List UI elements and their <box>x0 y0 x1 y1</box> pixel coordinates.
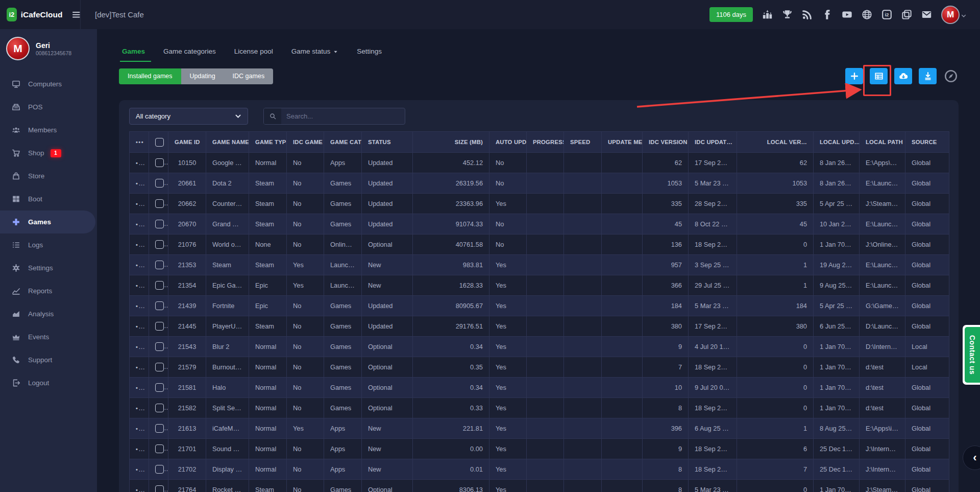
sidebar-item-logout[interactable]: Logout <box>0 371 97 394</box>
row-checkbox[interactable] <box>155 281 164 290</box>
row-actions-menu[interactable]: ••• <box>136 465 145 473</box>
tab-game-categories[interactable]: Game categories <box>154 48 225 62</box>
row-checkbox[interactable] <box>155 240 164 249</box>
topbar-facebook-link[interactable] <box>822 9 832 20</box>
row-actions-menu[interactable]: ••• <box>136 282 145 289</box>
add-game-button[interactable] <box>845 68 863 84</box>
row-actions-menu[interactable]: ••• <box>136 179 145 187</box>
sidebar-item-label: POS <box>28 103 43 111</box>
row-checkbox[interactable] <box>155 485 164 492</box>
row-actions-menu[interactable]: ••• <box>136 220 145 228</box>
contact-us-widget[interactable]: Contact us <box>963 325 980 385</box>
sidebar-item-logs[interactable]: Logs <box>0 233 97 256</box>
tab-settings[interactable]: Settings <box>348 48 391 62</box>
cell-game-name: Display Sett… <box>206 459 249 480</box>
row-actions-menu[interactable]: ••• <box>136 343 145 350</box>
row-checkbox[interactable] <box>155 301 164 310</box>
cell-speed <box>564 418 602 439</box>
cell-game-cat: Games <box>324 316 362 337</box>
sidebar-item-support[interactable]: Support <box>0 348 97 371</box>
row-actions-menu[interactable]: ••• <box>136 200 145 207</box>
row-checkbox[interactable] <box>155 261 164 269</box>
sidebar-item-events[interactable]: Events <box>0 325 97 348</box>
search-input[interactable] <box>281 108 405 124</box>
row-checkbox[interactable] <box>155 465 164 474</box>
sidebar-user[interactable]: M Geri 008612345678 <box>0 29 97 73</box>
tab-game-status[interactable]: Game status <box>282 48 348 62</box>
row-select <box>149 235 168 255</box>
row-checkbox[interactable] <box>155 158 164 167</box>
sidebar-item-members[interactable]: Members <box>0 119 97 142</box>
sidebar-item-shop[interactable]: Shop 1 <box>0 142 97 165</box>
sidebar-item-store[interactable]: Store <box>0 165 97 188</box>
topbar-globe-link[interactable] <box>862 9 872 20</box>
sidebar-item-computers[interactable]: Computers <box>0 73 97 96</box>
cell-local-upd: 6 Jun 25 14:36 <box>814 316 860 337</box>
row-checkbox[interactable] <box>155 444 164 453</box>
subtab-installed-games[interactable]: Installed games <box>119 68 181 84</box>
license-days-badge[interactable]: 1106 days <box>709 7 753 22</box>
row-actions-menu[interactable]: ••• <box>136 241 145 248</box>
select-all-checkbox[interactable] <box>155 138 164 147</box>
chevron-down-icon[interactable] <box>961 12 967 18</box>
cell-game-name: PlayerUnkn… <box>206 316 249 337</box>
row-actions: ••• <box>130 398 149 418</box>
sidebar-item-label: Store <box>28 172 44 180</box>
sidebar-item-games[interactable]: Games <box>0 210 95 233</box>
brand-name: iCafeCloud <box>21 10 63 19</box>
row-checkbox[interactable] <box>155 424 164 433</box>
row-checkbox[interactable] <box>155 363 164 371</box>
cell-local-path: E:\Launche… <box>860 214 905 235</box>
tab-license-pool[interactable]: License pool <box>225 48 282 62</box>
cell-idc-updat: 3 Sep 25 15:… <box>689 255 737 275</box>
category-select[interactable]: All category <box>129 108 248 125</box>
topbar-rss-link[interactable] <box>802 9 813 20</box>
cell-game-cat: Games <box>324 480 362 492</box>
sidebar-item-analysis[interactable]: Analysis <box>0 302 97 325</box>
row-checkbox[interactable] <box>155 404 164 412</box>
row-actions-menu[interactable]: ••• <box>136 404 145 412</box>
row-actions-menu[interactable]: ••• <box>136 486 145 492</box>
row-actions-menu[interactable]: ••• <box>136 425 145 432</box>
cloud-download-button[interactable] <box>894 68 912 84</box>
row-actions-menu[interactable]: ••• <box>136 159 145 167</box>
compass-icon[interactable] <box>944 69 958 83</box>
topbar-icafe-link[interactable]: i2 <box>881 9 892 20</box>
topbar-layers-link[interactable] <box>901 9 912 20</box>
row-actions-menu[interactable]: ••• <box>136 445 145 453</box>
topbar-youtube-link[interactable] <box>842 9 852 20</box>
row-checkbox[interactable] <box>155 220 164 228</box>
subtab-idc-games[interactable]: IDC games <box>224 68 274 84</box>
sidebar-item-reports[interactable]: Reports <box>0 279 97 302</box>
row-checkbox[interactable] <box>155 322 164 331</box>
row-actions: ••• <box>130 459 149 480</box>
row-actions-menu[interactable]: ••• <box>136 363 145 371</box>
table-row: •••21076World of W…NoneNoOnline Gam…Opti… <box>130 235 949 255</box>
sidebar-item-pos[interactable]: POS <box>0 96 97 119</box>
hamburger-menu-icon[interactable] <box>72 11 80 19</box>
row-actions-menu[interactable]: ••• <box>136 261 145 269</box>
cell-game-type: Normal <box>249 439 287 459</box>
sidebar-item-boot[interactable]: Boot <box>0 188 97 210</box>
tab-games[interactable]: Games <box>120 48 154 62</box>
sidebar-item-settings[interactable]: Settings <box>0 256 97 279</box>
cell-local-path: E:\Apps\Go… <box>860 153 905 173</box>
topbar-mail-link[interactable] <box>921 9 932 20</box>
row-checkbox[interactable] <box>155 383 164 392</box>
row-checkbox[interactable] <box>155 179 164 188</box>
topbar-trophy-link[interactable] <box>782 9 793 20</box>
subtab-updating[interactable]: Updating <box>181 68 224 84</box>
export-button[interactable] <box>919 68 937 84</box>
cell-game-cat: Games <box>324 357 362 378</box>
cell-size-mb: 8306.13 <box>413 480 489 492</box>
row-actions-menu[interactable]: ••• <box>136 322 145 330</box>
cell-idc-updat: 18 Sep 22 01:… <box>689 398 737 418</box>
row-checkbox[interactable] <box>155 199 164 208</box>
user-avatar[interactable]: M <box>941 6 960 24</box>
row-actions-menu[interactable]: ••• <box>136 384 145 391</box>
row-actions: ••• <box>130 337 149 357</box>
row-checkbox[interactable] <box>155 342 164 351</box>
table-view-button[interactable] <box>870 68 888 84</box>
row-actions-menu[interactable]: ••• <box>136 302 145 310</box>
topbar-podium-link[interactable] <box>762 9 773 20</box>
